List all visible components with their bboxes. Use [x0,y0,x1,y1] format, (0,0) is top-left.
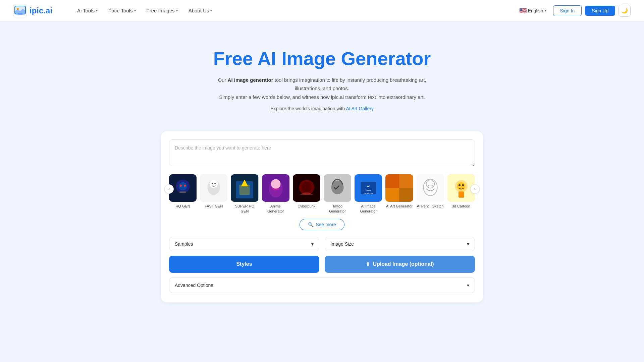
nav-right: 🇺🇸 English ▾ Sign In Sign Up 🌙 [516,5,631,17]
carousel-item[interactable]: Ai Art Generator [385,174,413,214]
carousel-item-label: Tattoo Generator [324,204,351,214]
carousel-item[interactable]: Ai Pencil Sketch [417,174,444,214]
hero-gallery-link-container: Explore the world's imagination with AI … [13,106,631,111]
nav-about-us[interactable]: About Us ▾ [184,5,217,16]
svg-text:Generator: Generator [364,192,373,194]
nav-ai-tools[interactable]: Ai Tools ▾ [72,5,102,16]
svg-rect-46 [459,191,464,197]
carousel-next-button[interactable]: › [470,184,480,194]
carousel-prev-button[interactable]: ‹ [164,184,174,194]
svg-point-13 [210,180,218,188]
svg-rect-34 [385,174,399,188]
logo-text: ipic.ai [30,6,52,15]
navbar: ipic.ai Ai Tools ▾ Face Tools ▾ Free Ima… [0,0,644,21]
logo-icon [13,4,27,17]
action-row: Styles ⬆ Upload Image (optional) [169,256,475,273]
carousel-item[interactable]: SUPER HQ GEN [231,174,258,214]
advanced-options-dropdown[interactable]: Advanced Options ▾ [169,278,475,293]
svg-point-7 [179,182,187,191]
ai-art-gallery-link[interactable]: AI Art Gallery [346,106,373,111]
hero-description: Our AI image generator tool brings imagi… [211,76,433,102]
carousel-item-label: Ai Art Generator [385,204,413,208]
carousel-item-label: 3d Cartoon [447,204,475,208]
carousel-item-label: SUPER HQ GEN [231,204,258,214]
nav-links: Ai Tools ▾ Face Tools ▾ Free Images ▾ Ab… [72,5,516,16]
svg-rect-10 [179,191,186,193]
svg-point-9 [184,185,186,187]
search-icon: 🔍 [308,222,314,227]
chevron-down-icon: ▾ [176,9,178,12]
svg-point-45 [462,184,464,186]
theme-toggle-button[interactable]: 🌙 [619,5,631,17]
carousel-item[interactable]: FAST GEN [200,174,227,214]
chevron-down-icon: ▾ [467,241,469,247]
svg-text:AI: AI [367,185,370,188]
hero-title: Free AI Image Generator [13,48,631,69]
nav-free-images[interactable]: Free Images ▾ [142,5,182,16]
svg-rect-36 [385,188,399,202]
svg-text:Image: Image [366,189,372,191]
carousel-item-label: Ai Pencil Sketch [417,204,444,208]
chevron-down-icon: ▾ [311,241,314,247]
carousel-item-label: Ai Image Generator [355,204,382,214]
flag-icon: 🇺🇸 [519,7,527,14]
chevron-down-icon: ▾ [96,9,98,12]
chevron-down-icon: ▾ [134,9,136,12]
carousel-item[interactable]: Anime Generator [262,174,289,214]
carousel-item[interactable]: AIImageGeneratorAi Image Generator [355,174,382,214]
svg-rect-35 [399,174,413,188]
carousel-item-label: Cyberpunk [293,204,320,208]
chevron-down-icon: ▾ [467,283,469,288]
chevron-down-icon: ▾ [545,9,546,12]
signup-button[interactable]: Sign Up [585,6,615,16]
styles-button[interactable]: Styles [169,256,319,273]
svg-point-22 [271,179,280,189]
svg-point-15 [214,183,216,184]
nav-face-tools[interactable]: Face Tools ▾ [104,5,140,16]
carousel-item-label: HQ GEN [169,204,197,208]
carousel-item[interactable]: Cyberpunk [293,174,320,214]
svg-point-44 [459,184,461,186]
upload-icon: ⬆ [366,261,370,267]
carousel-item-label: FAST GEN [200,204,227,208]
see-more-button[interactable]: 🔍 See more [300,219,344,230]
svg-point-25 [302,182,311,193]
upload-image-button[interactable]: ⬆ Upload Image (optional) [325,256,475,273]
language-selector[interactable]: 🇺🇸 English ▾ [516,5,550,16]
svg-rect-37 [399,188,413,202]
main-generator-card: ‹ HQ GENFAST GENSUPER HQ GENAnime Genera… [161,131,483,302]
signin-button[interactable]: Sign In [553,5,582,16]
prompt-input[interactable] [169,139,475,166]
carousel-item[interactable]: Tattoo Generator [324,174,351,214]
svg-rect-4 [17,13,23,15]
logo-link[interactable]: ipic.ai [13,4,52,17]
samples-dropdown[interactable]: Samples ▾ [169,237,319,251]
carousel-track: HQ GENFAST GENSUPER HQ GENAnime Generato… [169,174,475,214]
controls-row: Samples ▾ Image Size ▾ [169,237,475,251]
carousel-item-label: Anime Generator [262,204,289,214]
carousel-item[interactable]: HQ GEN [169,174,197,214]
image-size-dropdown[interactable]: Image Size ▾ [325,237,475,251]
carousel-item[interactable]: 3d Cartoon [447,174,475,214]
svg-point-8 [180,185,182,187]
chevron-down-icon: ▾ [210,9,212,12]
hero-section: Free AI Image Generator Our AI image gen… [0,21,644,125]
svg-point-14 [212,183,213,184]
style-carousel: ‹ HQ GENFAST GENSUPER HQ GENAnime Genera… [169,174,475,214]
